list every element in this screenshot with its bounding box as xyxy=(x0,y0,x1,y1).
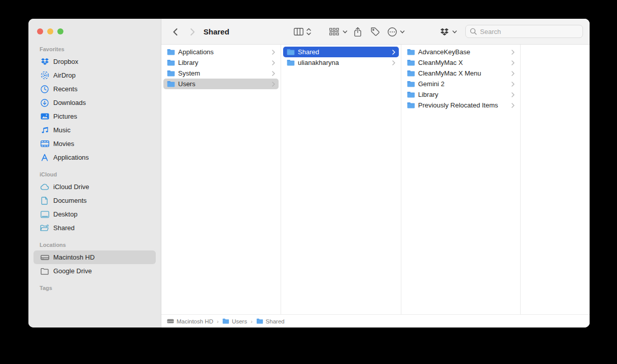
sidebar-item-label: Google Drive xyxy=(53,267,92,275)
column-item-library[interactable]: Library xyxy=(403,89,518,100)
browser-column-1: ApplicationsLibrarySystemUsers xyxy=(161,45,281,314)
column-item-cleanmymac-x-menu[interactable]: CleanMyMac X Menu xyxy=(403,68,518,79)
folder-small-icon xyxy=(256,318,263,324)
sidebar: FavoritesDropboxAirDropRecentsDownloadsP… xyxy=(28,19,161,327)
group-by-button[interactable] xyxy=(328,19,340,45)
search-input[interactable] xyxy=(480,28,578,35)
browser-column-3: AdvanceKeyBaseCleanMyMac XCleanMyMac X M… xyxy=(401,45,521,314)
sidebar-item-macintosh-hd[interactable]: Macintosh HD xyxy=(33,250,156,264)
sidebar-item-icloud-drive[interactable]: iCloud Drive xyxy=(33,180,156,194)
sidebar-section-header: Favorites xyxy=(28,44,161,55)
chevron-right-icon xyxy=(392,60,395,65)
column-item-label: Users xyxy=(178,80,195,88)
column-item-previously-relocated-items[interactable]: Previously Relocated Items xyxy=(403,100,518,111)
dropbox-icon xyxy=(40,58,50,65)
sidebar-item-dropbox[interactable]: Dropbox xyxy=(33,55,156,68)
sidebar-section-header: Tags xyxy=(28,282,161,294)
path-segment-macintosh-hd[interactable]: Macintosh HD xyxy=(167,318,213,324)
sidebar-item-recents[interactable]: Recents xyxy=(33,82,156,96)
share-button[interactable] xyxy=(353,19,363,45)
group-by-chevron[interactable] xyxy=(342,19,348,45)
folder-icon xyxy=(407,70,415,77)
chevron-down-icon xyxy=(400,30,405,34)
path-segment-users[interactable]: Users xyxy=(222,318,247,324)
sidebar-item-downloads[interactable]: Downloads xyxy=(33,96,156,110)
column-item-shared[interactable]: Shared xyxy=(283,47,399,57)
folder-icon xyxy=(167,81,175,87)
sidebar-item-label: Recents xyxy=(53,85,78,93)
sidebar-item-label: Macintosh HD xyxy=(53,253,95,261)
column-item-label: Previously Relocated Items xyxy=(418,101,498,109)
zoom-button[interactable] xyxy=(57,28,63,34)
window-title: Shared xyxy=(203,19,229,45)
group-by-icon xyxy=(329,28,339,36)
column-item-ulianakharyna[interactable]: ulianakharyna xyxy=(283,57,399,68)
column-item-label: ulianakharyna xyxy=(298,59,339,66)
more-actions-chevron[interactable] xyxy=(399,19,405,45)
browser-column-4 xyxy=(521,45,590,314)
column-item-label: Library xyxy=(178,59,198,66)
sidebar-item-label: iCloud Drive xyxy=(53,183,89,191)
search-field[interactable] xyxy=(465,25,583,38)
folder-icon xyxy=(287,59,295,66)
film-icon xyxy=(40,140,50,147)
column-item-users[interactable]: Users xyxy=(163,79,279,89)
tags-button[interactable] xyxy=(369,19,381,45)
column-item-advancekeybase[interactable]: AdvanceKeyBase xyxy=(403,47,518,57)
column-item-library[interactable]: Library xyxy=(163,57,279,68)
close-button[interactable] xyxy=(37,28,43,34)
sidebar-item-label: Pictures xyxy=(53,113,77,120)
sidebar-item-pictures[interactable]: Pictures xyxy=(33,110,156,123)
sidebar-item-shared[interactable]: Shared xyxy=(33,221,156,235)
column-browser: ApplicationsLibrarySystemUsersSharedulia… xyxy=(161,45,590,314)
document-icon xyxy=(40,197,50,205)
hard-drive-small-icon xyxy=(167,318,174,324)
chevron-right-icon xyxy=(272,50,275,55)
sidebar-item-label: Shared xyxy=(53,224,75,232)
column-item-label: CleanMyMac X Menu xyxy=(418,69,481,77)
desktop-icon xyxy=(40,211,50,218)
toolbar: Shared xyxy=(161,19,590,45)
chevron-right-icon xyxy=(511,50,515,55)
more-actions-button[interactable] xyxy=(387,19,398,45)
finder-window: FavoritesDropboxAirDropRecentsDownloadsP… xyxy=(28,19,590,327)
path-segment-shared[interactable]: Shared xyxy=(256,318,285,324)
chevron-down-icon xyxy=(452,30,457,34)
minimize-button[interactable] xyxy=(47,28,53,34)
sidebar-item-airdrop[interactable]: AirDrop xyxy=(33,68,156,82)
sidebar-item-music[interactable]: Music xyxy=(33,123,156,137)
column-item-cleanmymac-x[interactable]: CleanMyMac X xyxy=(403,57,518,68)
folder-icon xyxy=(167,59,175,66)
view-stepper-button[interactable] xyxy=(305,19,312,45)
column-item-applications[interactable]: Applications xyxy=(163,47,279,57)
sidebar-item-movies[interactable]: Movies xyxy=(33,137,156,151)
sidebar-section-header: Locations xyxy=(28,239,161,250)
tag-icon xyxy=(370,27,380,37)
sidebar-item-desktop[interactable]: Desktop xyxy=(33,207,156,221)
column-view-button[interactable] xyxy=(292,19,304,45)
up-down-chevrons-icon xyxy=(306,28,312,35)
sidebar-item-google-drive[interactable]: Google Drive xyxy=(33,264,156,278)
folder-icon xyxy=(407,81,415,87)
sidebar-item-label: Dropbox xyxy=(53,58,78,65)
column-item-label: Applications xyxy=(178,48,214,56)
back-button[interactable] xyxy=(169,19,181,45)
sidebar-item-documents[interactable]: Documents xyxy=(33,194,156,207)
chevron-right-icon xyxy=(190,28,195,36)
column-item-gemini-2[interactable]: Gemini 2 xyxy=(403,79,518,89)
share-icon xyxy=(354,27,362,37)
column-item-label: System xyxy=(178,69,200,77)
folder-icon xyxy=(167,70,175,77)
more-ellipsis-icon xyxy=(387,27,397,37)
column-item-system[interactable]: System xyxy=(163,68,279,79)
dropbox-chevron[interactable] xyxy=(452,19,458,45)
path-separator: › xyxy=(217,318,219,324)
dropbox-toolbar-button[interactable] xyxy=(439,19,450,45)
forward-button[interactable] xyxy=(187,19,198,45)
folder-icon xyxy=(407,91,415,98)
sidebar-item-applications[interactable]: Applications xyxy=(33,151,156,164)
column-item-label: Shared xyxy=(298,48,319,56)
path-segment-label: Users xyxy=(232,318,247,324)
sidebar-section-tags: Tags xyxy=(28,282,161,294)
chevron-right-icon xyxy=(272,82,275,87)
